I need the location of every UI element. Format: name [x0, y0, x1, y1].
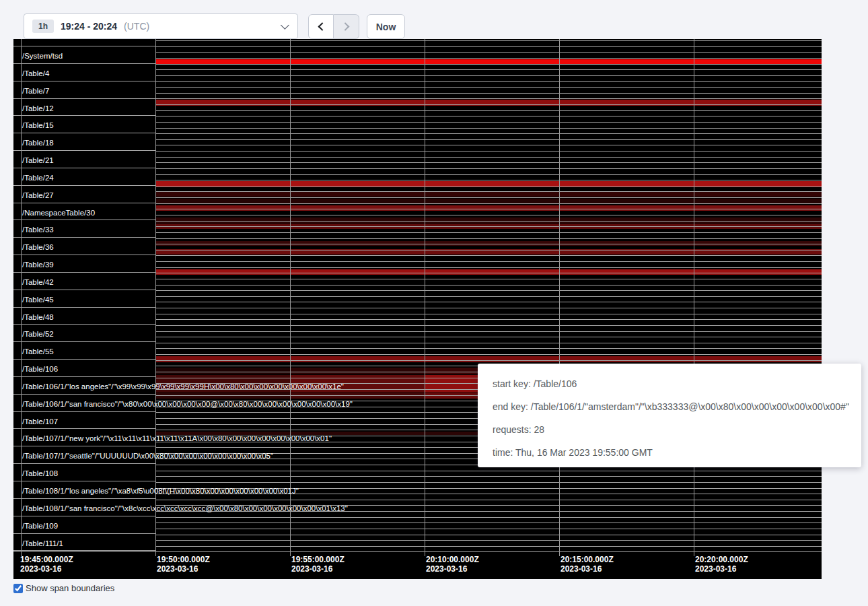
time-gridline — [425, 39, 425, 556]
time-axis-tick: 19:45:00.000Z2023-03-16 — [20, 555, 73, 574]
heat-band[interactable] — [290, 368, 425, 374]
span-key-label: /NamespaceTable/30 — [22, 209, 95, 217]
span-key-label: /Table/109 — [22, 522, 58, 530]
time-range-label: 19:24 - 20:24 — [61, 21, 117, 32]
chevron-left-icon — [318, 22, 326, 31]
time-nav-group — [308, 14, 359, 39]
span-key-label: /Table/15 — [22, 121, 54, 129]
span-key-label: /Table/48 — [22, 313, 54, 321]
footer-controls: Show span boundaries — [13, 583, 114, 593]
chevron-down-icon — [281, 21, 289, 30]
prev-interval-button[interactable] — [308, 14, 334, 39]
now-button[interactable]: Now — [367, 14, 405, 39]
span-key-label: /Table/108/1/"san francisco"/"\x8c\xcc\x… — [22, 504, 348, 512]
span-key-label: /Table/7 — [22, 87, 49, 95]
heat-band[interactable] — [155, 205, 822, 211]
span-key-label: /System/tsd — [22, 52, 63, 60]
heat-band[interactable] — [155, 241, 822, 246]
heat-band[interactable] — [155, 224, 822, 229]
span-key-label: /Table/12 — [22, 104, 54, 112]
heatmap-rows-area[interactable]: /System/tsd/Table/4/Table/7/Table/12/Tab… — [13, 39, 822, 552]
time-gridline — [694, 39, 694, 556]
time-range-select[interactable]: 1h 19:24 - 20:24 (UTC) — [24, 13, 298, 39]
span-key-label: /Table/107 — [22, 417, 58, 426]
time-gridline — [21, 39, 22, 556]
span-key-label: /Table/52 — [22, 330, 54, 338]
heat-band[interactable] — [155, 375, 290, 393]
heat-band[interactable] — [155, 199, 822, 204]
heat-band[interactable] — [290, 375, 425, 393]
span-key-label: /Table/107/1/"new york"/"\x11\x11\x11\x1… — [22, 434, 332, 442]
span-key-label: /Table/45 — [22, 296, 54, 304]
span-boundaries-grid-fine — [155, 39, 822, 552]
heat-band[interactable] — [155, 249, 822, 255]
heat-band[interactable] — [155, 217, 822, 223]
span-key-label: /Table/39 — [22, 261, 54, 269]
span-key-label: /Table/111/1 — [22, 539, 63, 547]
key-visualizer-canvas[interactable]: /System/tsd/Table/4/Table/7/Table/12/Tab… — [13, 39, 822, 579]
time-gridline — [290, 39, 291, 556]
time-preset-badge: 1h — [32, 20, 54, 33]
heat-band[interactable] — [155, 368, 290, 374]
span-key-label: /Table/42 — [22, 278, 54, 286]
span-tooltip: start key: /Table/106 end key: /Table/10… — [478, 364, 861, 467]
span-key-label: /Table/108/1/"los angeles"/"\xa8\xf5\u00… — [22, 487, 299, 495]
span-key-label: /Table/21 — [22, 156, 54, 164]
span-key-label: /Table/4 — [22, 69, 49, 77]
heat-band[interactable] — [290, 393, 425, 399]
time-axis-tick: 20:20:00.000Z2023-03-16 — [695, 555, 748, 574]
span-key-label: /Table/27 — [22, 191, 54, 199]
span-key-label: /Table/106 — [22, 365, 58, 373]
span-key-label: /Table/36 — [22, 243, 54, 251]
tooltip-start-key: start key: /Table/106 — [493, 372, 846, 395]
span-key-label: /Table/33 — [22, 226, 54, 234]
key-visualizer-page: { "toolbar": { "preset": "1h", "range": … — [0, 0, 868, 606]
show-span-boundaries-checkbox[interactable] — [13, 584, 23, 593]
heat-band[interactable] — [155, 100, 822, 106]
heat-band[interactable] — [155, 356, 822, 362]
time-axis-tick: 20:15:00.000Z2023-03-16 — [560, 555, 614, 574]
next-interval-button-disabled[interactable] — [334, 14, 359, 39]
span-key-label: /Table/18 — [22, 139, 54, 147]
span-key-label: /Table/108 — [22, 469, 58, 477]
time-axis-tick: 19:50:00.000Z2023-03-16 — [157, 555, 210, 574]
heat-band[interactable] — [155, 59, 822, 65]
tooltip-time: time: Thu, 16 Mar 2023 19:55:00 GMT — [493, 441, 846, 464]
span-key-label: /Table/55 — [22, 347, 54, 356]
time-gridline — [559, 39, 560, 556]
heat-band[interactable] — [155, 393, 290, 399]
heat-band[interactable] — [155, 181, 822, 187]
heat-band[interactable] — [155, 191, 822, 197]
heat-band[interactable] — [155, 269, 822, 275]
span-key-label: /Table/24 — [22, 174, 54, 182]
show-span-boundaries-label[interactable]: Show span boundaries — [26, 583, 114, 593]
time-gridline — [155, 39, 156, 556]
time-axis-tick: 19:55:00.000Z2023-03-16 — [291, 555, 345, 574]
tooltip-end-key: end key: /Table/106/1/"amsterdam"/"\xb33… — [493, 395, 846, 418]
span-key-label: /Table/106/1/"san francisco"/"\x80\x00\x… — [22, 400, 353, 408]
tooltip-requests: requests: 28 — [493, 418, 846, 441]
chevron-right-icon — [341, 22, 350, 31]
time-axis-tick: 20:10:00.000Z2023-03-16 — [426, 555, 479, 574]
span-key-label: /Table/107/1/"seattle"/"UUUUUUD\x00\x80\… — [22, 452, 273, 460]
timezone-label: (UTC) — [124, 21, 149, 32]
span-boundaries-grid-coarse — [13, 39, 155, 552]
